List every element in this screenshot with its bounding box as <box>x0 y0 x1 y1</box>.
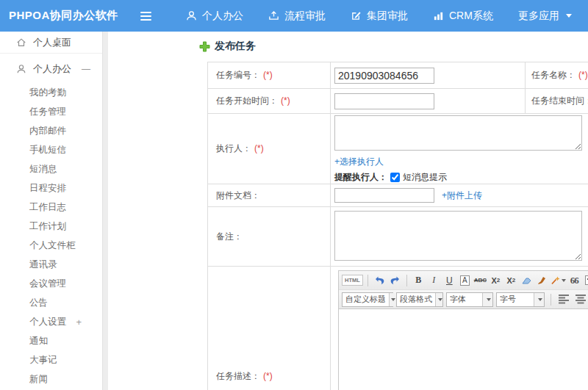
hamburger-icon <box>140 15 151 17</box>
start-time-label-cell: 任务开始时间：(*) <box>208 89 331 114</box>
toolbar-separator <box>368 275 368 286</box>
chevron-down-icon <box>538 298 542 301</box>
html-source-button[interactable]: HTML <box>342 275 363 286</box>
rich-text-editor: HTML B I U <box>338 270 588 390</box>
collapse-icon[interactable]: — <box>82 64 90 74</box>
expand-icon[interactable]: + <box>76 317 82 328</box>
paragraph-format-dropdown[interactable]: 段落格式 <box>396 292 443 307</box>
align-center-icon <box>576 295 587 304</box>
italic-button[interactable]: I <box>427 273 441 288</box>
nav-label: 个人办公 <box>202 10 243 23</box>
bold-button[interactable]: B <box>412 273 426 288</box>
attachment-label-cell: 附件文档： <box>208 184 331 207</box>
sidebar-item-schedule[interactable]: 日程安排 <box>0 178 102 198</box>
underline-button[interactable]: U <box>442 273 456 288</box>
sidebar-item-attendance[interactable]: 我的考勤 <box>0 83 102 102</box>
superscript-button[interactable]: X2 <box>489 273 503 288</box>
sidebar: 个人桌面 个人办公 — 我的考勤 任务管理 内部邮件 手机短信 短消息 日程安排… <box>0 32 103 390</box>
sidebar-item-task-management[interactable]: 任务管理 <box>0 102 102 121</box>
format-brush-button[interactable] <box>535 273 549 288</box>
choose-executor-link[interactable]: +选择执行人 <box>334 156 384 167</box>
remark-label-cell: 备注： <box>208 207 331 267</box>
editor-content-area[interactable] <box>339 309 588 390</box>
sidebar-item-contacts[interactable]: 通讯录 <box>0 255 102 274</box>
undo-button[interactable] <box>373 273 387 288</box>
sidebar-item-announcement[interactable]: 公告 <box>0 293 102 312</box>
required-mark: (*) <box>578 70 588 80</box>
nav-crm-system[interactable]: CRM系统 <box>420 0 506 32</box>
required-mark: (*) <box>263 70 273 80</box>
required-mark: (*) <box>254 143 264 154</box>
paste-plain-button[interactable] <box>583 273 588 288</box>
start-time-input[interactable] <box>334 93 434 109</box>
sidebar-item-events[interactable]: 大事记 <box>0 350 102 369</box>
page-title-text: 发布任务 <box>215 40 256 53</box>
sidebar-submenu: 我的考勤 任务管理 内部邮件 手机短信 短消息 日程安排 工作日志 工作计划 个… <box>0 83 102 390</box>
menu-toggle-button[interactable] <box>131 0 160 32</box>
sidebar-item-notice[interactable]: 通知 <box>0 331 102 350</box>
sidebar-item-work-plan[interactable]: 工作计划 <box>0 217 102 236</box>
sidebar-group-personal-office[interactable]: 个人办公 — <box>0 59 102 79</box>
sidebar-item-internal-mail[interactable]: 内部邮件 <box>0 121 102 140</box>
sidebar-item-meeting-management[interactable]: 会议管理 <box>0 274 102 293</box>
remove-format-button[interactable] <box>520 273 534 288</box>
align-left-icon <box>559 295 570 304</box>
edit-square-icon <box>351 10 362 21</box>
nav-label: 流程审批 <box>284 10 326 23</box>
chevron-down-icon <box>562 279 566 282</box>
attachment-input[interactable] <box>334 188 434 203</box>
task-no-input[interactable] <box>334 68 434 84</box>
app-window: PHPOA协同办公软件 个人办公 流程审批 <box>0 0 588 390</box>
nav-label: 更多应用 <box>518 10 559 23</box>
align-left-button[interactable] <box>557 292 571 307</box>
chevron-down-icon <box>391 298 395 301</box>
home-icon <box>16 37 26 48</box>
remark-textarea[interactable] <box>334 211 582 261</box>
sidebar-item-desktop[interactable]: 个人桌面 <box>0 32 102 54</box>
person-icon <box>186 10 197 21</box>
font-size-dropdown[interactable]: 字号 <box>496 292 545 307</box>
editor-toolbar-row-2: 自定义标题 段落格式 字体 <box>339 290 588 309</box>
attachment-upload-link[interactable]: +附件上传 <box>442 189 482 202</box>
font-family-dropdown[interactable]: 字体 <box>446 292 493 307</box>
sms-remind-checkbox[interactable] <box>390 173 400 182</box>
eraser-icon <box>522 276 531 284</box>
quick-format-button[interactable] <box>551 273 566 288</box>
undo-icon <box>375 276 384 285</box>
sidebar-item-short-message[interactable]: 短消息 <box>0 159 102 178</box>
hamburger-icon <box>140 19 151 21</box>
redo-button[interactable] <box>388 273 402 288</box>
publish-task-form: 任务编号：(*) 任务名称：(*) 任务开始时间：(*) <box>207 62 588 390</box>
nav-more-apps[interactable]: 更多应用 <box>506 0 584 32</box>
nav-group-approval[interactable]: 集团审批 <box>338 0 420 32</box>
task-name-label-cell: 任务名称：(*) <box>526 62 588 89</box>
nav-personal-office[interactable]: 个人办公 <box>173 0 256 32</box>
top-nav: 个人办公 流程审批 集团审批 CRM系统 更多应用 <box>173 0 584 32</box>
sidebar-item-work-log[interactable]: 工作日志 <box>0 198 102 217</box>
required-mark: (*) <box>281 95 290 106</box>
font-style-button[interactable]: A <box>458 273 472 288</box>
blockquote-button[interactable]: 66 <box>567 273 581 288</box>
main-content: 发布任务 任务编号：(*) 任务名称：(*) <box>108 32 588 390</box>
nav-workflow-approval[interactable]: 流程审批 <box>256 0 338 32</box>
executor-textarea[interactable] <box>334 115 582 151</box>
brush-icon <box>537 276 547 285</box>
sidebar-item-file-cabinet[interactable]: 个人文件柜 <box>0 236 102 255</box>
page-title: 发布任务 <box>199 40 256 53</box>
description-label-cell: 任务描述：(*) <box>208 267 331 390</box>
strikethrough-button[interactable]: ABC <box>473 273 487 288</box>
bar-chart-icon <box>433 10 444 21</box>
editor-toolbar-row-1: HTML B I U <box>339 271 588 290</box>
sidebar-item-personal-settings[interactable]: 个人设置 + <box>0 312 102 331</box>
custom-heading-dropdown[interactable]: 自定义标题 <box>342 292 393 307</box>
end-time-label-cell: 任务结束时间：(*) <box>526 89 588 114</box>
add-icon <box>199 41 210 52</box>
task-no-label-cell: 任务编号：(*) <box>208 62 331 89</box>
chevron-down-icon <box>487 298 491 301</box>
paste-icon <box>585 275 588 285</box>
sidebar-item-mobile-sms[interactable]: 手机短信 <box>0 140 102 159</box>
align-center-button[interactable] <box>574 292 588 307</box>
sidebar-item-news[interactable]: 新闻 <box>0 369 102 389</box>
redo-icon <box>390 276 400 285</box>
subscript-button[interactable]: X2 <box>504 273 518 288</box>
